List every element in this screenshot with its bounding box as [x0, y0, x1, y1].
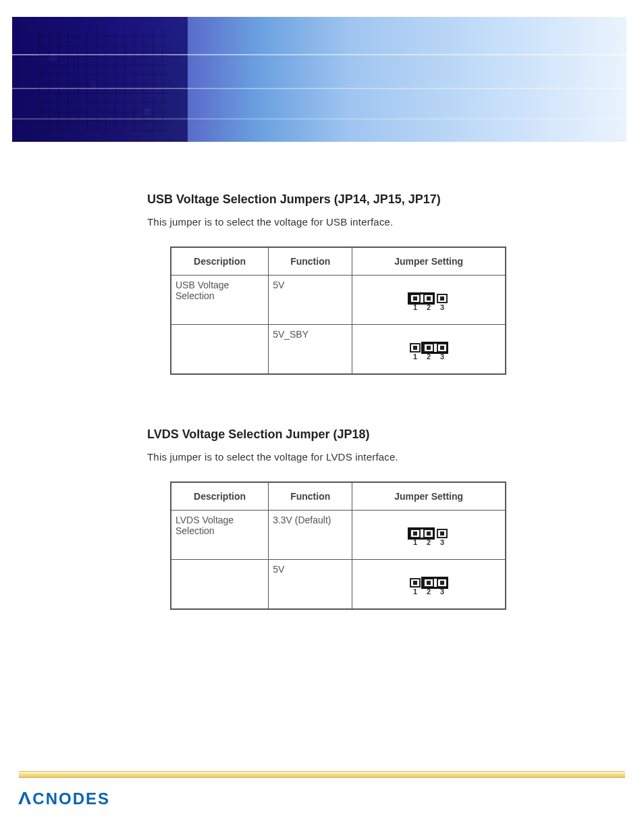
table-row: LVDS Voltage Selection 3.3V (Default) 1 …	[171, 511, 506, 560]
usb-row1-desc: USB Voltage Selection	[171, 276, 269, 325]
page: USB Voltage Selection Jumpers (JP14, JP1…	[0, 17, 644, 834]
lvds-section-desc: This jumper is to select the voltage for…	[147, 451, 525, 463]
lvds-th-desc: Description	[171, 482, 269, 511]
logo-lambda-icon: Λ	[18, 788, 32, 809]
jumper-diagram: 1 2 3	[407, 342, 450, 362]
header-banner	[12, 17, 626, 142]
usb-jumper-table: Description Function Jumper Setting USB …	[170, 246, 506, 375]
lvds-jumper-table: Description Function Jumper Setting LVDS…	[170, 481, 506, 610]
usb-th-jump: Jumper Setting	[352, 247, 506, 276]
usb-section-desc: This jumper is to select the voltage for…	[147, 216, 525, 228]
table-row: USB Voltage Selection 5V 1 2 3	[171, 276, 506, 325]
jumper-diagram: 1 2 3	[407, 577, 450, 597]
content-area: USB Voltage Selection Jumpers (JP14, JP1…	[147, 192, 525, 610]
logo-text: CNODES	[32, 789, 110, 808]
usb-row2-desc	[171, 325, 269, 375]
table-row: 5V_SBY 1 2 3	[171, 325, 506, 375]
footer-logo: ΛCNODES	[19, 788, 110, 809]
lvds-row2-jumper: 1 2 3	[352, 560, 506, 610]
lvds-row1-desc: LVDS Voltage Selection	[171, 511, 269, 560]
usb-section-title: USB Voltage Selection Jumpers (JP14, JP1…	[147, 192, 525, 207]
jumper-diagram: 1 2 3	[407, 292, 450, 313]
lvds-th-func: Function	[269, 482, 352, 511]
usb-th-func: Function	[269, 247, 352, 276]
lvds-section-title: LVDS Voltage Selection Jumper (JP18)	[147, 427, 525, 442]
lvds-row1-func: 3.3V (Default)	[269, 511, 352, 560]
usb-th-desc: Description	[171, 247, 269, 276]
usb-row1-func: 5V	[269, 276, 352, 325]
footer-divider	[19, 771, 625, 778]
lvds-row1-jumper: 1 2 3	[352, 511, 506, 560]
lvds-row2-func: 5V	[269, 560, 352, 610]
lvds-th-jump: Jumper Setting	[352, 482, 506, 511]
usb-row1-jumper: 1 2 3	[352, 276, 506, 325]
lvds-row2-desc	[171, 560, 269, 610]
jumper-diagram: 1 2 3	[407, 527, 450, 548]
table-row: 5V 1 2 3	[171, 560, 506, 610]
usb-row2-jumper: 1 2 3	[352, 325, 506, 375]
usb-row2-func: 5V_SBY	[269, 325, 352, 375]
